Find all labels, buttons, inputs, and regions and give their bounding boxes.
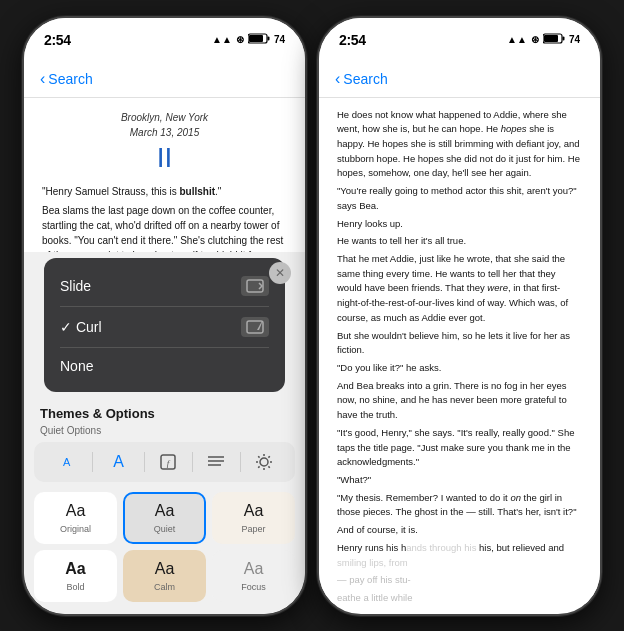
right-para-11: And of course, it is. bbox=[337, 523, 582, 538]
theme-original-text: Aa bbox=[66, 502, 86, 520]
slide-menu-item-slide[interactable]: Slide bbox=[44, 266, 285, 306]
svg-line-17 bbox=[269, 456, 270, 457]
theme-calm[interactable]: Aa Calm bbox=[123, 550, 206, 602]
svg-rect-1 bbox=[267, 37, 269, 41]
large-font-button[interactable]: A bbox=[103, 448, 135, 476]
bottom-panel: Slide ✓ Curl bbox=[24, 252, 305, 614]
battery-pct: 74 bbox=[274, 34, 285, 45]
svg-line-15 bbox=[258, 456, 259, 457]
theme-bold[interactable]: Aa Bold bbox=[34, 550, 117, 602]
right-para-7: And Bea breaks into a grin. There is no … bbox=[337, 379, 582, 423]
theme-focus-label: Focus bbox=[241, 582, 266, 592]
wifi-icon: ⊛ bbox=[236, 34, 244, 45]
right-status-icons: ▲▲ ⊛ 74 bbox=[507, 33, 580, 46]
brightness-button[interactable] bbox=[250, 448, 278, 476]
slide-icon bbox=[241, 276, 269, 296]
none-label: None bbox=[60, 358, 93, 374]
right-battery-icon bbox=[543, 33, 565, 46]
font-divider-2 bbox=[144, 452, 145, 472]
theme-quiet-text: Aa bbox=[155, 502, 175, 520]
slide-menu-item-none[interactable]: None bbox=[44, 348, 285, 384]
book-location: Brooklyn, New York March 13, 2015 bbox=[42, 110, 287, 141]
theme-quiet-label: Quiet bbox=[154, 524, 176, 534]
theme-focus[interactable]: Aa Focus bbox=[212, 550, 295, 602]
svg-text:f: f bbox=[167, 458, 171, 468]
right-nav-bar: ‹ Search bbox=[319, 62, 600, 98]
right-signal-icon: ▲▲ bbox=[507, 34, 527, 45]
right-para-4: That he met Addie, just like he wrote, t… bbox=[337, 252, 582, 326]
svg-point-10 bbox=[260, 458, 268, 466]
right-para-1: "You're really going to method actor thi… bbox=[337, 184, 582, 213]
right-para-6: "Do you like it?" he asks. bbox=[337, 361, 582, 376]
themes-header: Themes & Options bbox=[24, 396, 305, 425]
themes-subtitle: Quiet Options bbox=[24, 425, 305, 438]
svg-line-18 bbox=[258, 466, 259, 467]
right-para-8: "It's good, Henry," she says. "It's real… bbox=[337, 426, 582, 470]
theme-calm-text: Aa bbox=[155, 560, 175, 578]
right-para-3: He wants to tell her it's all true. bbox=[337, 234, 582, 249]
svg-rect-2 bbox=[249, 35, 263, 42]
text-align-button[interactable] bbox=[202, 448, 230, 476]
font-style-button[interactable]: f bbox=[154, 448, 182, 476]
right-para-2: Henry looks up. bbox=[337, 217, 582, 232]
curl-label: ✓ Curl bbox=[60, 319, 102, 335]
left-back-button[interactable]: ‹ Search bbox=[40, 70, 93, 88]
right-back-button[interactable]: ‹ Search bbox=[335, 70, 388, 88]
right-status-bar: 2:54 ▲▲ ⊛ 74 bbox=[319, 18, 600, 62]
left-nav-bar: ‹ Search bbox=[24, 62, 305, 98]
right-para-0: He does not know what happened to Addie,… bbox=[337, 108, 582, 182]
right-back-arrow-icon: ‹ bbox=[335, 70, 340, 88]
right-para-12: Henry runs his hands through his his, bu… bbox=[337, 541, 582, 570]
themes-grid: Aa Original Aa Quiet Aa Paper Aa Bold bbox=[24, 486, 305, 614]
right-book-content: He does not know what happened to Addie,… bbox=[319, 98, 600, 604]
right-phone: 2:54 ▲▲ ⊛ 74 ‹ Search bbox=[317, 16, 602, 616]
font-divider-4 bbox=[240, 452, 241, 472]
close-button[interactable]: ✕ bbox=[269, 262, 291, 284]
right-para-13: — pay off his stu- bbox=[337, 573, 582, 588]
left-status-bar: 2:54 ▲▲ ⊛ 74 bbox=[24, 18, 305, 62]
theme-paper-text: Aa bbox=[244, 502, 264, 520]
svg-rect-4 bbox=[247, 321, 263, 333]
themes-title: Themes & Options bbox=[40, 406, 155, 421]
slide-label: Slide bbox=[60, 278, 91, 294]
slide-menu-item-curl[interactable]: ✓ Curl bbox=[44, 307, 285, 347]
font-divider-3 bbox=[192, 452, 193, 472]
font-size-row: A A f bbox=[34, 442, 295, 482]
chapter-number: II bbox=[42, 141, 287, 175]
left-status-icons: ▲▲ ⊛ 74 bbox=[212, 33, 285, 46]
left-time: 2:54 bbox=[44, 32, 71, 48]
theme-bold-label: Bold bbox=[66, 582, 84, 592]
theme-paper[interactable]: Aa Paper bbox=[212, 492, 295, 544]
font-divider-1 bbox=[92, 452, 93, 472]
curl-icon bbox=[241, 317, 269, 337]
right-wifi-icon: ⊛ bbox=[531, 34, 539, 45]
slide-menu: Slide ✓ Curl bbox=[44, 258, 285, 392]
svg-rect-21 bbox=[544, 35, 558, 42]
svg-line-16 bbox=[269, 466, 270, 467]
battery-icon bbox=[248, 33, 270, 46]
right-time: 2:54 bbox=[339, 32, 366, 48]
svg-rect-3 bbox=[247, 280, 263, 292]
theme-calm-label: Calm bbox=[154, 582, 175, 592]
small-font-button[interactable]: A bbox=[51, 448, 83, 476]
theme-original-label: Original bbox=[60, 524, 91, 534]
left-back-label: Search bbox=[48, 71, 92, 87]
back-arrow-icon: ‹ bbox=[40, 70, 45, 88]
theme-quiet[interactable]: Aa Quiet bbox=[123, 492, 206, 544]
left-phone: 2:54 ▲▲ ⊛ 74 ‹ Search bbox=[22, 16, 307, 616]
right-para-9: "What?" bbox=[337, 473, 582, 488]
theme-bold-text: Aa bbox=[65, 560, 85, 578]
para-0: "Henry Samuel Strauss, this is bullshit.… bbox=[42, 184, 287, 199]
right-para-5: But she wouldn't believe him, so he lets… bbox=[337, 329, 582, 358]
theme-focus-text: Aa bbox=[244, 560, 264, 578]
signal-icon: ▲▲ bbox=[212, 34, 232, 45]
right-battery-pct: 74 bbox=[569, 34, 580, 45]
right-para-10: "My thesis. Remember? I wanted to do it … bbox=[337, 491, 582, 520]
book-header: Brooklyn, New York March 13, 2015 II bbox=[42, 110, 287, 175]
svg-rect-20 bbox=[562, 37, 564, 41]
right-back-label: Search bbox=[343, 71, 387, 87]
theme-original[interactable]: Aa Original bbox=[34, 492, 117, 544]
phones-container: 2:54 ▲▲ ⊛ 74 ‹ Search bbox=[12, 6, 612, 626]
theme-paper-label: Paper bbox=[241, 524, 265, 534]
right-para-14: eathe a little while bbox=[337, 591, 582, 603]
